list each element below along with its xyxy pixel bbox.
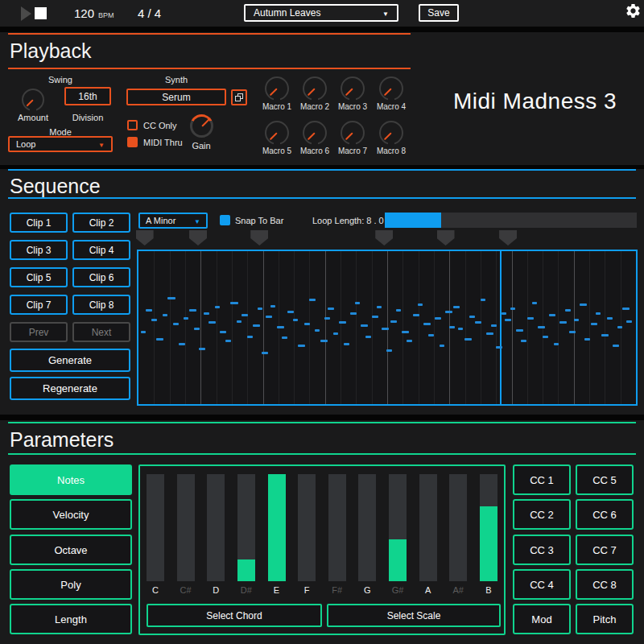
midi-note (151, 319, 157, 321)
macro-2-knob[interactable] (303, 76, 327, 101)
tab-poly[interactable]: Poly (10, 569, 132, 600)
cc-7-button[interactable]: CC 7 (576, 535, 634, 565)
cc-2-button[interactable]: CC 2 (513, 499, 571, 530)
note-probability-bar-g[interactable] (358, 474, 376, 581)
swing-amount-knob[interactable] (22, 89, 44, 111)
synth-selector[interactable]: Serum (126, 89, 226, 105)
note-probability-bar-dsharp[interactable] (237, 474, 255, 581)
midi-note (491, 324, 497, 327)
play-button[interactable] (21, 6, 31, 21)
generate-button[interactable]: Generate (10, 349, 130, 372)
note-probability-bar-gsharp[interactable] (389, 474, 407, 581)
macro-6-knob[interactable] (303, 121, 327, 145)
note-probability-bar-d[interactable] (207, 474, 225, 581)
macro-4-knob[interactable] (379, 76, 403, 101)
preset-dropdown[interactable]: Autumn Leaves (244, 4, 398, 22)
prev-clip-button[interactable]: Prev (10, 322, 68, 342)
preset-value: Autumn Leaves (254, 7, 320, 19)
bar-marker[interactable] (250, 230, 268, 246)
note-probability-bar-fsharp[interactable] (328, 474, 346, 581)
cc-3-button[interactable]: CC 3 (513, 535, 571, 565)
clip-2-button[interactable]: Clip 2 (72, 213, 130, 233)
note-probability-bar-asharp[interactable] (449, 474, 467, 581)
midi-note (204, 312, 209, 315)
midi-note (622, 308, 630, 310)
bar-marker[interactable] (375, 230, 393, 246)
midi-note (481, 299, 485, 301)
cc-only-checkbox[interactable] (127, 120, 138, 130)
macro-5-knob[interactable] (265, 121, 289, 145)
note-probability-bar-f[interactable] (298, 474, 316, 581)
bpm-display[interactable]: 120BPM (74, 6, 114, 21)
pitch-button[interactable]: Pitch (576, 604, 634, 634)
midi-note (549, 314, 555, 316)
stop-button[interactable] (35, 7, 47, 19)
midi-thru-checkbox[interactable] (127, 137, 138, 147)
beat-gridline (481, 251, 481, 404)
piano-roll[interactable] (137, 250, 638, 406)
cc-4-button[interactable]: CC 4 (513, 569, 571, 600)
cc-1-button[interactable]: CC 1 (513, 464, 571, 495)
next-clip-button[interactable]: Next (72, 322, 130, 342)
snap-to-bar-checkbox[interactable] (220, 215, 230, 225)
note-probability-chart (147, 474, 497, 581)
note-probability-bar-e[interactable] (268, 474, 286, 581)
tab-notes[interactable]: Notes (10, 464, 132, 495)
select-scale-button[interactable]: Select Scale (327, 604, 501, 627)
clip-5-button[interactable]: Clip 5 (10, 267, 68, 287)
bpm-value[interactable]: 120 (74, 6, 94, 20)
mode-dropdown[interactable]: Loop (8, 136, 113, 152)
midi-note (163, 314, 167, 316)
note-probability-bar-csharp[interactable] (177, 474, 195, 581)
bar-marker[interactable] (499, 230, 517, 246)
regenerate-button[interactable]: Regenerate (10, 377, 130, 400)
select-chord-button[interactable]: Select Chord (147, 604, 322, 627)
tab-length[interactable]: Length (10, 604, 132, 634)
midi-note (220, 331, 226, 333)
note-label: F (298, 585, 316, 598)
loop-length-slider[interactable] (385, 213, 637, 228)
midi-note (574, 319, 579, 321)
midi-note (475, 321, 481, 324)
cc-8-button[interactable]: CC 8 (576, 569, 634, 600)
settings-gear-icon[interactable] (625, 2, 642, 19)
note-probability-bar-b[interactable] (480, 474, 497, 581)
clip-8-button[interactable]: Clip 8 (72, 295, 130, 315)
tab-velocity[interactable]: Velocity (10, 499, 132, 530)
mod-button[interactable]: Mod (513, 604, 571, 634)
midi-note (215, 306, 220, 308)
macro-7-knob[interactable] (341, 121, 365, 145)
gain-knob[interactable] (190, 114, 213, 138)
tab-octave[interactable]: Octave (10, 535, 132, 565)
midi-note (266, 316, 272, 318)
clip-3-button[interactable]: Clip 3 (10, 240, 68, 260)
macro-3-knob[interactable] (341, 76, 365, 101)
bar-marker[interactable] (437, 230, 455, 246)
clip-4-button[interactable]: Clip 4 (72, 240, 130, 260)
save-button[interactable]: Save (419, 4, 459, 22)
midi-note (146, 309, 152, 312)
knob-needle-icon (384, 132, 392, 140)
bar-marker[interactable] (136, 230, 154, 246)
note-probability-bar-c[interactable] (147, 474, 164, 581)
bar-marker[interactable] (189, 230, 207, 246)
cc-6-button[interactable]: CC 6 (576, 499, 634, 530)
note-probability-bar-a[interactable] (419, 474, 437, 581)
midi-note (407, 340, 412, 342)
macro-1-knob[interactable] (265, 76, 289, 101)
midi-note (277, 326, 284, 328)
midi-note (270, 305, 275, 308)
clip-7-button[interactable]: Clip 7 (10, 295, 68, 315)
open-synth-window-icon[interactable] (231, 89, 247, 105)
beat-gridline (605, 251, 605, 404)
swing-division-box[interactable]: 16th (64, 87, 111, 105)
sequence-bottom-rule (8, 197, 636, 199)
midi-note (208, 321, 216, 324)
macro-8-knob[interactable] (379, 121, 403, 145)
cc-5-button[interactable]: CC 5 (576, 464, 634, 495)
clip-6-button[interactable]: Clip 6 (72, 267, 130, 287)
time-signature[interactable]: 4 / 4 (138, 6, 161, 20)
clip-1-button[interactable]: Clip 1 (10, 213, 68, 233)
midi-note (355, 302, 360, 304)
key-dropdown[interactable]: A Minor (138, 213, 208, 229)
